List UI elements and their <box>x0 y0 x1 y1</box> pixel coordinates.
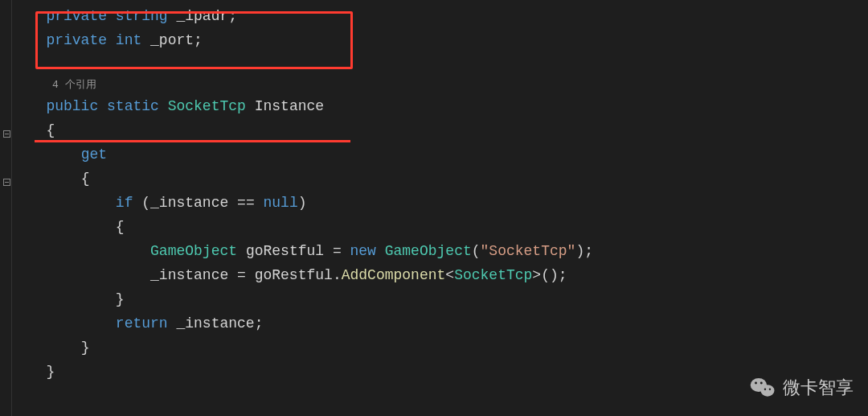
variable: goRestful <box>255 267 333 283</box>
code-line: } <box>20 360 868 384</box>
code-line: private int _port; <box>20 28 868 52</box>
code-line: get <box>20 142 868 167</box>
variable: goRestful <box>246 243 324 259</box>
code-line: { <box>20 167 868 191</box>
watermark-text: 微卡智享 <box>783 376 854 400</box>
svg-point-5 <box>769 389 771 390</box>
codelens-references[interactable]: 4 个引用 <box>20 76 868 94</box>
field-name: _port <box>150 32 194 48</box>
field-name: _instance <box>176 315 254 332</box>
svg-point-2 <box>755 382 757 385</box>
keyword: static <box>107 98 159 114</box>
code-editor[interactable]: private string _ipadr; private int _port… <box>12 0 868 384</box>
fold-marker-icon[interactable] <box>3 130 10 138</box>
property-name: Instance <box>255 98 324 114</box>
keyword: private <box>46 32 107 48</box>
code-line: if (_instance == null) <box>20 191 868 215</box>
code-line: public static SocketTcp Instance <box>20 94 868 118</box>
string-literal: "SocketTcp" <box>481 243 576 259</box>
field-name: _instance <box>150 195 228 211</box>
method-name: AddComponent <box>342 267 446 283</box>
editor-gutter <box>0 0 12 416</box>
code-line: } <box>20 336 868 360</box>
code-line: private string _ipadr; <box>20 4 868 28</box>
keyword: if <box>116 195 133 211</box>
code-line: } <box>20 287 868 311</box>
keyword: null <box>264 195 298 211</box>
type-name: SocketTcp <box>454 267 532 283</box>
field-name: _ipadr <box>176 8 228 24</box>
type-name: SocketTcp <box>168 98 246 114</box>
keyword: private <box>46 8 107 24</box>
wechat-icon <box>749 374 776 402</box>
code-line: GameObject goRestful = new GameObject("S… <box>20 239 868 263</box>
keyword: return <box>116 315 168 332</box>
code-line: return _instance; <box>20 311 868 336</box>
type-keyword: int <box>116 32 141 48</box>
code-line: { <box>20 118 868 142</box>
svg-point-1 <box>760 385 774 396</box>
keyword: public <box>46 98 98 114</box>
keyword: get <box>81 146 107 163</box>
svg-point-4 <box>764 389 766 390</box>
type-name: GameObject <box>150 243 237 259</box>
svg-point-3 <box>760 382 763 385</box>
type-name: GameObject <box>385 243 472 259</box>
watermark: 微卡智享 <box>749 374 854 402</box>
blank-line <box>20 52 868 76</box>
type-keyword: string <box>116 8 168 24</box>
field-name: _instance <box>150 267 228 283</box>
keyword: new <box>350 243 376 259</box>
code-line: { <box>20 215 868 239</box>
code-line: _instance = goRestful.AddComponent<Socke… <box>20 263 868 287</box>
fold-marker-icon[interactable] <box>3 179 10 186</box>
